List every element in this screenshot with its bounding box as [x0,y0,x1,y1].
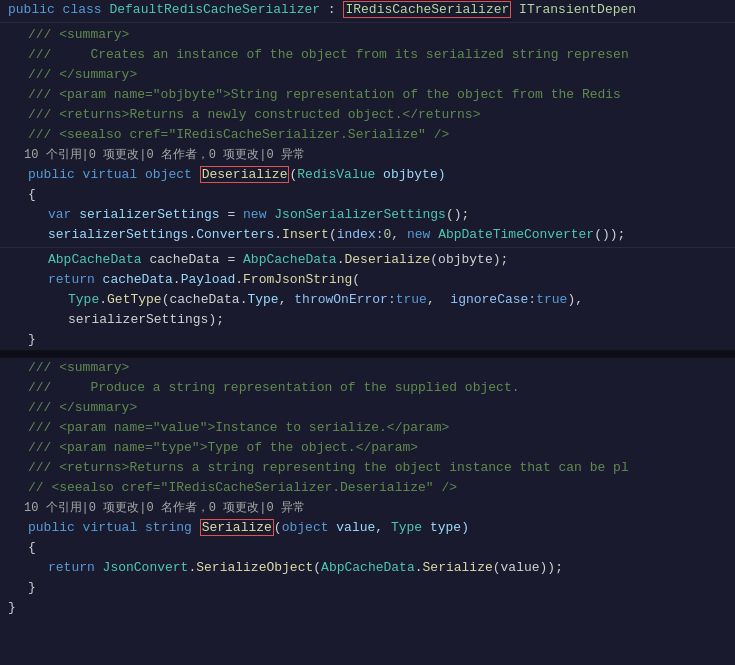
code-line: public class DefaultRedisCacheSerializer… [0,0,735,20]
code-content: return JsonConvert.SerializeObject(AbpCa… [8,558,735,578]
code-token: public [28,520,83,535]
code-token: ()); [594,227,625,242]
code-content: /// <param name="objbyte">String represe… [8,85,735,105]
code-token: // <seealso cref="IRedisCacheSerializer.… [28,480,457,495]
code-token: Type [68,292,99,307]
code-content: public virtual string Serialize(object v… [8,518,735,538]
meta-info-line: 10 个引用|0 项更改|0 名作者，0 项更改|0 异常 [0,498,735,518]
code-line: /// <summary> [0,358,735,378]
code-token: AbpCacheData [243,252,337,267]
code-token: ignoreCase: [450,292,536,307]
code-token: } [28,580,36,595]
code-line: public virtual string Serialize(object v… [0,518,735,538]
code-token: DefaultRedisCacheSerializer [109,2,320,17]
code-token: { [28,540,36,555]
code-token: ( [329,227,337,242]
code-content: serializerSettings); [8,310,735,330]
code-token: FromJsonString [243,272,352,287]
code-line: AbpCacheData cacheData = AbpCacheData.De… [0,250,735,270]
code-token: /// <param name="value"> [28,420,215,435]
code-token: /// <param name="objbyte"> [28,87,231,102]
code-token: AbpDateTimeConverter [438,227,594,242]
code-token: AbpCacheData [321,560,415,575]
code-token: /// <param name="type"> [28,440,207,455]
code-token: Converters [196,227,274,242]
code-line: /// </summary> [0,398,735,418]
code-content: } [8,578,735,598]
code-token: Type [391,520,422,535]
code-line: /// <param name="type">Type of the objec… [0,438,735,458]
code-token: /// <returns>Returns a string representi… [28,460,629,475]
code-token: throwOnError: [294,292,395,307]
code-content: /// <summary> [8,25,735,45]
code-token: ), [567,292,583,307]
code-line: /// <param name="objbyte">String represe… [0,85,735,105]
code-line: /// <param name="value">Instance to seri… [0,418,735,438]
code-content: /// <param name="type">Type of the objec… [8,438,735,458]
code-content: var serializerSettings = new JsonSeriali… [8,205,735,225]
code-content: /// <returns>Returns a newly constructed… [8,105,735,125]
meta-text: 10 个引用|0 项更改|0 名作者，0 项更改|0 异常 [24,499,305,517]
code-token: public [28,167,83,182]
code-token: value, [328,520,390,535]
code-line: /// <summary> [0,25,735,45]
code-token: RedisValue [297,167,375,182]
code-token: true [536,292,567,307]
code-token: cacheData = [142,252,243,267]
code-token: . [99,292,107,307]
code-line: Type.GetType(cacheData.Type, throwOnErro… [0,290,735,310]
code-token: (value)); [493,560,563,575]
code-content: serializerSettings.Converters.Insert(ind… [8,225,735,245]
code-token: Instance to serialize.</param> [215,420,449,435]
code-token: . [415,560,423,575]
meta-info-line: 10 个引用|0 项更改|0 名作者，0 项更改|0 异常 [0,145,735,165]
code-token: /// <summary> [28,360,129,375]
code-token: SerializeObject [196,560,313,575]
code-token: ( [274,520,282,535]
code-token: AbpCacheData [48,252,142,267]
code-content: public class DefaultRedisCacheSerializer… [8,0,735,20]
code-content: /// </summary> [8,65,735,85]
code-token: Type [247,292,278,307]
code-token: var [48,207,79,222]
code-content: { [8,185,735,205]
code-viewer: public class DefaultRedisCacheSerializer… [0,0,735,665]
code-separator [0,247,735,248]
code-token: /// Produce a string representation of t… [28,380,519,395]
code-token: return [48,272,103,287]
code-token: ( [313,560,321,575]
code-token: (cacheData. [162,292,248,307]
code-line: /// Produce a string representation of t… [0,378,735,398]
code-token: /// <summary> [28,27,129,42]
code-token: = [220,207,243,222]
code-token: class [63,2,110,17]
code-token: . [173,272,181,287]
highlighted-token: Serialize [200,519,274,536]
code-content: /// <returns>Returns a string representi… [8,458,735,478]
code-token: object [145,167,200,182]
code-token: . [274,227,282,242]
code-token: Insert [282,227,329,242]
section-separator [0,350,735,358]
code-line: serializerSettings); [0,310,735,330]
code-content: /// <param name="value">Instance to seri… [8,418,735,438]
code-line: serializerSettings.Converters.Insert(ind… [0,225,735,245]
code-token: serializerSettings); [68,312,224,327]
code-line: } [0,578,735,598]
code-line: { [0,185,735,205]
code-content: } [8,330,735,350]
code-line: /// Creates an instance of the object fr… [0,45,735,65]
code-token: string [145,520,200,535]
code-token: , [427,292,450,307]
code-line: return JsonConvert.SerializeObject(AbpCa… [0,558,735,578]
code-content: } [8,598,735,618]
code-content: /// <seealso cref="IRedisCacheSerializer… [8,125,735,145]
code-token: new [407,227,438,242]
code-token: Type of the object.</param> [207,440,418,455]
code-token: } [28,332,36,347]
code-token: , [279,292,295,307]
code-token: : [320,2,343,17]
code-token: index: [337,227,384,242]
code-content: /// </summary> [8,398,735,418]
code-token: 0, [384,227,407,242]
